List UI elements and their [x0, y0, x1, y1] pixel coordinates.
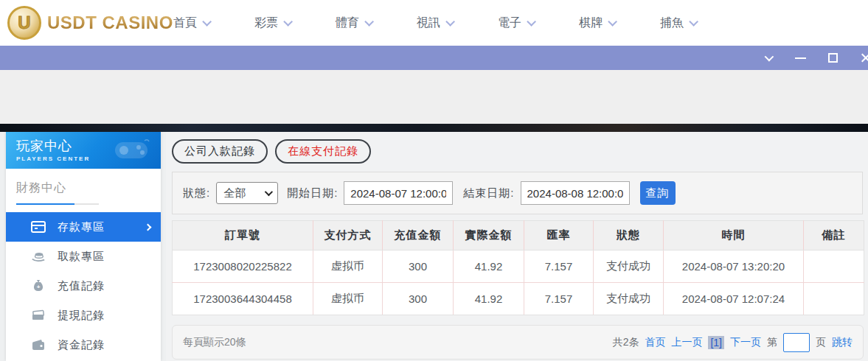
nav-item-lottery[interactable]: 彩票: [254, 15, 290, 31]
chevron-down-icon: [689, 17, 698, 27]
prev-page-link[interactable]: 上一页: [671, 336, 702, 349]
status-label: 狀態:: [183, 186, 210, 200]
nav-label: 首頁: [173, 15, 197, 31]
total-count-text: 共2条: [613, 336, 639, 349]
chevron-down-icon: [265, 188, 273, 196]
nav-label: 視訊: [417, 15, 440, 31]
sidebar-item-label: 存款專區: [58, 220, 105, 234]
main-nav: 首頁 彩票 體育 視訊 電子 棋牌: [173, 15, 741, 31]
deposit-card-icon: [31, 220, 46, 234]
brand-logo[interactable]: U USDT CASINO: [7, 6, 173, 40]
cell-remark: [804, 250, 864, 283]
sidebar-item-recharge-record[interactable]: + 充值記錄: [6, 271, 161, 301]
col-time: 時間: [664, 221, 804, 250]
nav-item-sports[interactable]: 體育: [336, 15, 371, 31]
nav-item-home[interactable]: 首頁: [173, 15, 209, 31]
table-row: 1723003644304458 虚拟币 300 41.92 7.157 支付成…: [173, 283, 864, 315]
jump-prefix-label: 第: [767, 336, 777, 349]
cell-time: 2024-08-07 12:07:24: [664, 283, 804, 315]
wallet-icon: [31, 338, 46, 351]
dropdown-chevron-icon[interactable]: [760, 50, 776, 66]
maximize-icon[interactable]: [824, 50, 841, 66]
sidebar-item-funds-record[interactable]: 資金記錄: [6, 330, 161, 360]
pagination-controls: 共2条 首页 上一页 [1] 下一页 第 页 跳转: [613, 333, 853, 352]
cell-status: 支付成功: [594, 283, 664, 315]
logo-letter: U: [18, 13, 30, 33]
cell-order-no: 1723008020225822: [173, 250, 313, 283]
minimize-icon[interactable]: [792, 50, 808, 66]
col-recharge-amount: 充值金額: [383, 221, 454, 250]
money-bag-icon: +: [31, 279, 46, 292]
next-page-link[interactable]: 下一页: [730, 336, 761, 349]
app-window: U USDT CASINO 首頁 彩票 體育 視訊 電子: [0, 0, 868, 361]
sidebar: 玩家中心 PLAYERS CENTER 財務中心: [6, 132, 161, 361]
cell-payment-method: 虚拟币: [313, 250, 383, 283]
cell-recharge-amount: 300: [383, 250, 454, 283]
gamepad-icon: [112, 138, 150, 163]
tab-company-deposit-record[interactable]: 公司入款記錄: [172, 139, 268, 164]
current-page-indicator: [1]: [708, 336, 724, 349]
table-header-row: 訂單號 支付方式 充值金額 實際金額 匯率 狀態 時間 備註: [173, 221, 864, 250]
svg-text:+: +: [37, 284, 41, 290]
cell-order-no: 1723003644304458: [173, 283, 313, 315]
window-controls: [760, 50, 868, 66]
cell-recharge-amount: 300: [383, 283, 454, 315]
sidebar-item-label: 取款專區: [58, 250, 105, 264]
banknotes-icon: [31, 309, 46, 322]
chevron-right-icon: [145, 223, 152, 231]
cell-exchange-rate: 7.157: [524, 283, 594, 315]
cell-status: 支付成功: [594, 250, 664, 283]
sidebar-section: 財務中心: [6, 169, 161, 205]
hand-coin-icon: [31, 250, 46, 263]
cell-remark: [804, 283, 864, 315]
jump-button[interactable]: 跳转: [832, 336, 853, 349]
nav-item-chess[interactable]: 棋牌: [579, 15, 614, 31]
start-date-label: 開始日期:: [287, 186, 338, 200]
first-page-link[interactable]: 首页: [645, 336, 665, 349]
table-row: 1723008020225822 虚拟币 300 41.92 7.157 支付成…: [173, 250, 864, 283]
sidebar-item-deposit[interactable]: 存款專區: [6, 212, 161, 242]
cell-exchange-rate: 7.157: [524, 250, 594, 283]
jump-suffix-label: 页: [816, 336, 826, 349]
pagination-bar: 每頁顯示20條 共2条 首页 上一页 [1] 下一页 第 页 跳转: [172, 325, 864, 360]
brand-name: USDT CASINO: [47, 13, 173, 33]
col-exchange-rate: 匯率: [524, 221, 594, 250]
col-status: 狀態: [594, 221, 664, 250]
chevron-down-icon: [283, 17, 293, 27]
nav-item-fishing[interactable]: 捕魚: [660, 15, 695, 31]
nav-label: 體育: [336, 15, 359, 31]
nav-label: 棋牌: [579, 15, 603, 31]
sidebar-menu: 存款專區 取款專區 + 充值記錄: [6, 212, 161, 360]
window-title-bar: [0, 46, 868, 70]
col-remark: 備註: [804, 221, 864, 250]
end-date-label: 結束日期:: [463, 186, 514, 200]
col-actual-amount: 實際金額: [454, 221, 524, 250]
tab-online-payment-record[interactable]: 在線支付記錄: [275, 139, 371, 164]
main-panel: 公司入款記錄 在線支付記錄 狀態: 全部 開始日期: 結束日期: 查詢: [166, 132, 868, 361]
start-date-input[interactable]: [344, 181, 453, 205]
chevron-down-icon: [527, 17, 536, 27]
record-tabs: 公司入款記錄 在線支付記錄: [166, 132, 868, 164]
end-date-input[interactable]: [521, 181, 630, 205]
page-jump-input[interactable]: [783, 333, 810, 352]
chevron-down-icon: [364, 17, 374, 27]
nav-item-video[interactable]: 視訊: [417, 15, 452, 31]
status-select-value: 全部: [223, 186, 246, 200]
logo-icon: U: [7, 6, 41, 40]
dark-divider-strip: [0, 124, 868, 132]
sidebar-item-withdraw-record[interactable]: 提現記錄: [6, 301, 161, 330]
close-icon[interactable]: [857, 50, 868, 66]
nav-item-electronic[interactable]: 電子: [498, 15, 533, 31]
page-size-text: 每頁顯示20條: [183, 336, 246, 349]
chevron-down-icon: [608, 17, 617, 27]
cell-actual-amount: 41.92: [454, 283, 524, 315]
sidebar-header: 玩家中心 PLAYERS CENTER: [6, 132, 161, 169]
top-header: U USDT CASINO 首頁 彩票 體育 視訊 電子: [0, 0, 868, 46]
nav-label: 捕魚: [660, 15, 684, 31]
sidebar-item-withdraw[interactable]: 取款專區: [6, 242, 161, 271]
status-select[interactable]: 全部: [216, 182, 278, 204]
spacer-zone: [0, 70, 868, 124]
search-button[interactable]: 查詢: [640, 181, 676, 205]
cell-actual-amount: 41.92: [454, 250, 524, 283]
nav-label: 彩票: [254, 15, 278, 31]
